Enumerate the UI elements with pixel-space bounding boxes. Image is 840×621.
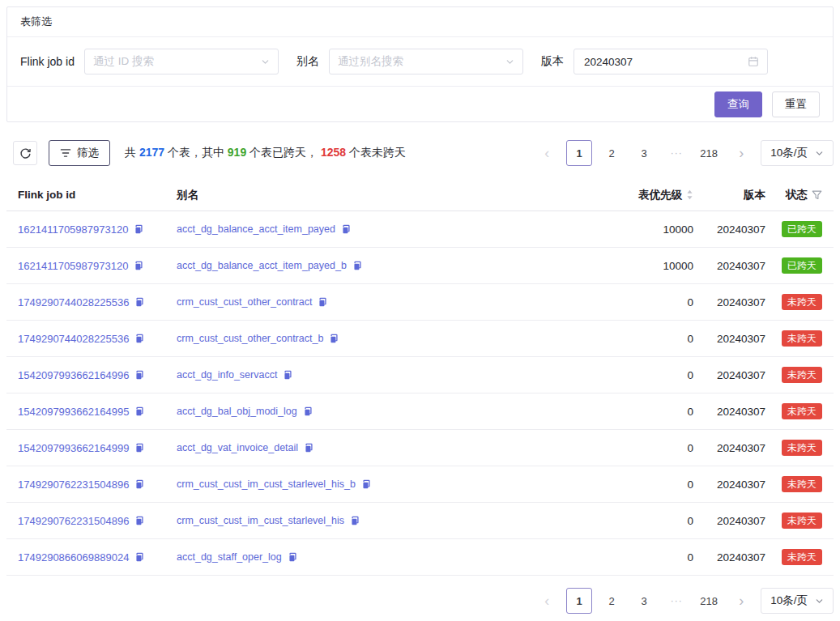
- alias-select[interactable]: 通过别名搜索: [329, 49, 523, 74]
- stats-seg3: 个表未跨天: [346, 146, 406, 159]
- copy-icon[interactable]: [134, 224, 144, 235]
- alias-link[interactable]: crm_cust_cust_other_contract_b: [177, 333, 323, 344]
- table-row: 1542097993662164999 acct_dg_vat_invoice_…: [6, 430, 834, 466]
- uncrossed-count: 1258: [321, 146, 346, 159]
- version-date-picker[interactable]: [574, 49, 768, 74]
- query-button[interactable]: 查询: [714, 91, 762, 117]
- copy-icon[interactable]: [134, 552, 145, 563]
- next-page-button[interactable]: ›: [728, 140, 754, 166]
- stats-prefix: 共: [125, 146, 139, 159]
- flink-job-id-select[interactable]: 通过 ID 搜索: [84, 49, 279, 74]
- flink-job-id-link[interactable]: 1621411705987973120: [18, 260, 128, 272]
- header-priority: 表优先级: [580, 188, 693, 202]
- version-input[interactable]: [582, 55, 728, 69]
- copy-icon[interactable]: [134, 516, 145, 526]
- alias-link[interactable]: crm_cust_cust_im_cust_starlevel_his: [177, 515, 344, 526]
- calendar-icon: [748, 56, 759, 67]
- page-3-button[interactable]: 3: [631, 588, 657, 614]
- reset-button[interactable]: 重置: [772, 91, 820, 117]
- priority-cell: 10000: [580, 223, 693, 236]
- alias-link[interactable]: acct_dg_bal_obj_modi_log: [177, 406, 297, 417]
- version-cell: 20240307: [693, 333, 765, 345]
- copy-icon[interactable]: [329, 334, 339, 344]
- copy-icon[interactable]: [134, 479, 145, 490]
- page-ellipsis: ···: [663, 140, 689, 166]
- copy-icon[interactable]: [303, 406, 313, 417]
- flink-job-id-link[interactable]: 1542097993662164996: [18, 369, 129, 381]
- flink-job-id-link[interactable]: 1749290762231504896: [18, 515, 129, 527]
- copy-icon[interactable]: [352, 261, 363, 271]
- page-size-select[interactable]: 10条/页: [761, 140, 834, 166]
- version-cell: 20240307: [693, 369, 765, 381]
- alias-link[interactable]: acct_dg_staff_oper_log: [177, 551, 282, 563]
- flink-job-id-link[interactable]: 1749290744028225536: [18, 333, 129, 345]
- table-stats: 共 2177 个表，其中 919 个表已跨天， 1258 个表未跨天: [125, 146, 406, 160]
- copy-icon[interactable]: [134, 261, 144, 271]
- status-badge: 未跨天: [782, 403, 822, 419]
- alias-link[interactable]: acct_dg_info_servacct: [177, 369, 277, 381]
- copy-icon[interactable]: [283, 370, 293, 381]
- version-cell: 20240307: [693, 296, 765, 308]
- alias-link[interactable]: acct_dg_balance_acct_item_payed_b: [177, 260, 347, 271]
- priority-cell: 0: [580, 333, 693, 345]
- flink-job-id-link[interactable]: 1749290762231504896: [18, 479, 129, 491]
- prev-page-button[interactable]: ‹: [534, 588, 560, 614]
- priority-cell: 0: [580, 296, 693, 308]
- flink-job-id-link[interactable]: 1749290866069889024: [18, 551, 129, 564]
- page-3-button[interactable]: 3: [631, 140, 657, 166]
- copy-icon[interactable]: [304, 443, 314, 453]
- flink-job-id-link[interactable]: 1621411705987973120: [18, 223, 128, 236]
- priority-cell: 0: [580, 369, 693, 381]
- priority-cell: 0: [580, 406, 693, 418]
- filter-toggle-button[interactable]: 筛选: [49, 140, 110, 166]
- copy-icon[interactable]: [361, 479, 372, 490]
- page-size-select[interactable]: 10条/页: [761, 588, 834, 614]
- page-218-button[interactable]: 218: [696, 588, 722, 614]
- copy-icon[interactable]: [318, 297, 328, 308]
- copy-icon[interactable]: [134, 297, 145, 308]
- table-row: 1749290744028225536 crm_cust_cust_other_…: [6, 321, 834, 357]
- header-status-label: 状态: [786, 188, 808, 202]
- page-1-button[interactable]: 1: [566, 140, 592, 166]
- flink-job-id-label: Flink job id: [20, 55, 75, 68]
- copy-icon[interactable]: [134, 443, 145, 453]
- copy-icon[interactable]: [134, 370, 145, 381]
- copy-icon[interactable]: [350, 516, 360, 526]
- alias-link[interactable]: crm_cust_cust_other_contract: [177, 296, 312, 308]
- crossed-count: 919: [228, 146, 246, 159]
- table-row: 1621411705987973120 acct_dg_balance_acct…: [6, 211, 834, 248]
- copy-icon[interactable]: [341, 224, 352, 235]
- version-cell: 20240307: [693, 479, 765, 491]
- flink-job-id-placeholder: 通过 ID 搜索: [93, 54, 154, 69]
- table-toolbar: 筛选 共 2177 个表，其中 919 个表已跨天， 1258 个表未跨天 ‹1…: [6, 140, 834, 166]
- chevron-down-icon: [505, 57, 514, 66]
- page-2-button[interactable]: 2: [599, 588, 625, 614]
- page-size-label: 10条/页: [770, 146, 808, 160]
- header-priority-label: 表优先级: [638, 188, 682, 202]
- pagination: ‹123···218›10条/页: [534, 140, 834, 166]
- next-page-button[interactable]: ›: [728, 588, 754, 614]
- copy-icon[interactable]: [134, 334, 145, 344]
- sort-icon[interactable]: [686, 189, 693, 200]
- refresh-button[interactable]: [13, 141, 37, 165]
- copy-icon[interactable]: [134, 406, 145, 417]
- data-table: Flink job id 别名 表优先级 版本 状态 1621411705987…: [6, 179, 834, 576]
- header-status: 状态: [765, 188, 822, 202]
- flink-job-id-link[interactable]: 1542097993662164999: [18, 442, 129, 454]
- page-2-button[interactable]: 2: [599, 140, 625, 166]
- flink-job-id-link[interactable]: 1542097993662164995: [18, 406, 129, 418]
- alias-link[interactable]: acct_dg_balance_acct_item_payed: [177, 223, 335, 235]
- alias-link[interactable]: crm_cust_cust_im_cust_starlevel_his_b: [177, 479, 356, 490]
- status-badge: 已跨天: [782, 257, 822, 274]
- prev-page-button[interactable]: ‹: [534, 140, 560, 166]
- copy-icon[interactable]: [288, 552, 298, 563]
- alias-link[interactable]: acct_dg_vat_invoice_detail: [177, 442, 298, 453]
- header-version-label: 版本: [744, 188, 765, 202]
- page-1-button[interactable]: 1: [566, 588, 592, 614]
- table-row: 1749290762231504896 crm_cust_cust_im_cus…: [6, 503, 834, 539]
- status-badge: 未跨天: [782, 367, 822, 383]
- filter-funnel-icon[interactable]: [812, 190, 822, 200]
- status-badge: 未跨天: [782, 513, 822, 529]
- page-218-button[interactable]: 218: [696, 140, 722, 166]
- flink-job-id-link[interactable]: 1749290744028225536: [18, 296, 129, 308]
